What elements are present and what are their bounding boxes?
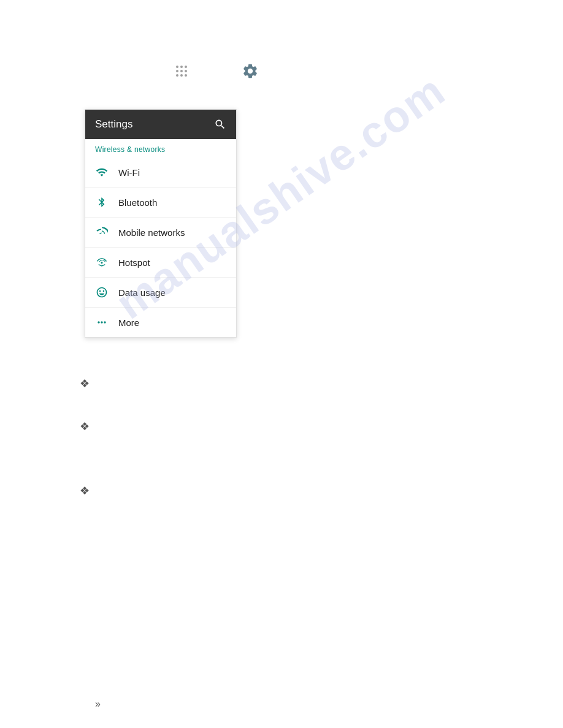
svg-point-0 [176,66,178,68]
svg-point-3 [176,70,178,72]
bluetooth-label: Bluetooth [118,197,157,208]
svg-point-5 [185,70,187,72]
more-label: More [118,317,139,328]
svg-point-7 [180,74,183,77]
wireless-networks-label: Wireless & networks [85,139,236,157]
apps-icon[interactable] [172,61,191,81]
svg-point-4 [180,70,183,72]
svg-point-6 [176,74,178,77]
wifi-label: Wi-Fi [118,167,140,178]
hotspot-icon [95,256,109,269]
bluetooth-icon [95,195,109,209]
svg-point-1 [180,66,183,68]
data-usage-label: Data usage [118,287,166,298]
bottom-navigation-arrow[interactable]: » [95,699,101,710]
bluetooth-menu-item[interactable]: Bluetooth [85,188,236,218]
hotspot-menu-item[interactable]: Hotspot [85,248,236,278]
settings-title: Settings [95,118,132,131]
data-usage-menu-item[interactable]: Data usage [85,278,236,308]
wifi-menu-item[interactable]: Wi-Fi [85,157,236,188]
top-icons-area [172,61,260,81]
mobile-networks-icon [95,226,109,239]
search-button[interactable] [214,118,226,131]
wifi-icon [95,165,109,179]
hotspot-label: Hotspot [118,257,150,268]
settings-header: Settings [85,110,236,139]
cross-icon-2: ❖ [80,420,90,433]
cross-icon-3: ❖ [80,484,90,498]
more-menu-item[interactable]: More [85,308,236,337]
more-icon [95,316,109,329]
mobile-networks-label: Mobile networks [118,227,185,238]
mobile-networks-menu-item[interactable]: Mobile networks [85,218,236,248]
settings-panel: Settings Wireless & networks Wi-Fi Bluet… [85,109,237,338]
data-usage-icon [95,286,109,299]
svg-point-8 [185,74,187,77]
gear-icon[interactable] [240,61,260,81]
cross-icon-1: ❖ [80,377,90,390]
svg-point-2 [185,66,187,68]
